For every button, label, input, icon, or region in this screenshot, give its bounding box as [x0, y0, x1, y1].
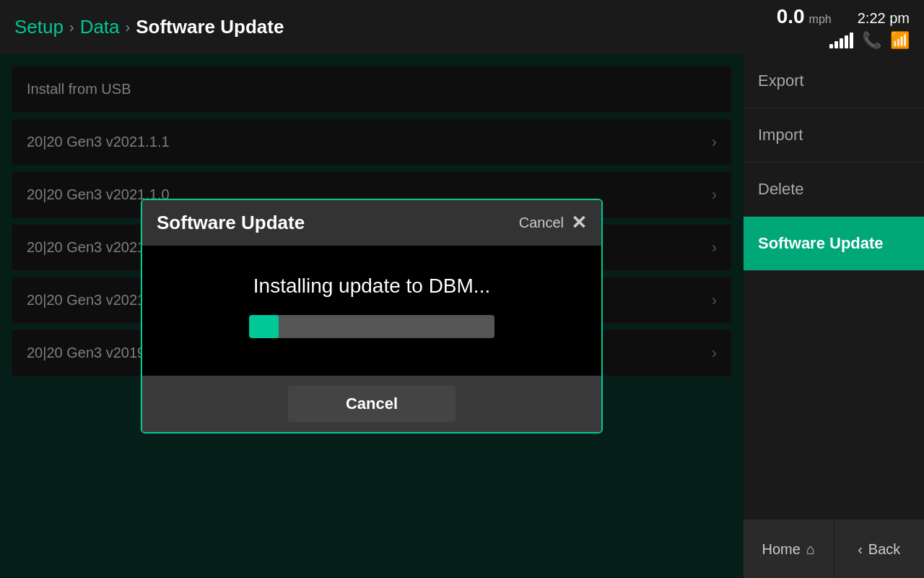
modal-header: Software Update Cancel ✕ [142, 200, 601, 246]
signal-bar-4 [845, 35, 848, 48]
modal-overlay: Software Update Cancel ✕ Installing upda… [0, 54, 744, 578]
home-icon: ⌂ [806, 541, 815, 558]
signal-bars-icon [829, 33, 853, 48]
sidebar-item-software-update[interactable]: Software Update [744, 217, 924, 271]
breadcrumb-arrow-2: › [126, 19, 131, 35]
status-bar: Setup › Data › Software Update 0.0 mph 2… [0, 0, 924, 54]
sidebar-item-delete-label: Delete [758, 180, 804, 199]
status-icons-row: 📞 📶 [829, 31, 910, 50]
content-area: Install from USB 20|20 Gen3 v2021.1.1 › … [0, 54, 744, 578]
breadcrumb: Setup › Data › Software Update [14, 16, 284, 38]
speed-value: 0.0 [777, 5, 805, 28]
progress-bar-container [249, 315, 494, 338]
modal-body: Installing update to DBM... [142, 246, 601, 376]
sidebar-item-export-label: Export [758, 72, 804, 90]
close-icon: ✕ [571, 212, 587, 234]
back-button[interactable]: ‹ Back [834, 520, 925, 578]
software-update-modal: Software Update Cancel ✕ Installing upda… [141, 199, 603, 434]
home-label: Home [762, 541, 801, 558]
modal-message: Installing update to DBM... [253, 275, 490, 298]
speed-unit: mph [809, 13, 832, 26]
breadcrumb-current: Software Update [136, 16, 284, 38]
signal-bar-1 [829, 44, 833, 48]
time-display: 2:22 pm [858, 10, 910, 27]
home-button[interactable]: Home ⌂ [744, 520, 834, 578]
modal-cancel-button[interactable]: Cancel [288, 386, 456, 422]
sidebar-bottom: Home ⌂ ‹ Back [744, 519, 924, 578]
breadcrumb-arrow-1: › [69, 19, 74, 35]
sidebar-item-import-label: Import [758, 126, 803, 144]
wifi-icon: 📶 [890, 31, 910, 50]
sidebar-item-delete[interactable]: Delete [744, 163, 924, 217]
modal-header-cancel-label: Cancel [519, 215, 564, 231]
sidebar-spacer [744, 271, 924, 519]
modal-title: Software Update [157, 212, 305, 234]
signal-bar-2 [834, 41, 838, 48]
phone-icon: 📞 [862, 31, 881, 50]
signal-bar-5 [850, 33, 853, 48]
main-layout: Install from USB 20|20 Gen3 v2021.1.1 › … [0, 54, 924, 578]
status-top-row: 0.0 mph 2:22 pm [777, 5, 910, 28]
back-chevron-icon: ‹ [858, 541, 863, 558]
progress-bar-fill [249, 315, 279, 338]
modal-footer: Cancel [142, 376, 601, 432]
back-label: Back [868, 541, 900, 558]
signal-bar-3 [840, 38, 843, 48]
sidebar: Export Import Delete Software Update Hom… [744, 54, 924, 578]
sidebar-item-import[interactable]: Import [744, 108, 924, 163]
status-right: 0.0 mph 2:22 pm 📞 📶 [777, 5, 910, 50]
sidebar-item-export[interactable]: Export [744, 54, 924, 108]
modal-close-button[interactable]: Cancel ✕ [519, 212, 587, 234]
breadcrumb-setup[interactable]: Setup [14, 16, 64, 38]
breadcrumb-data[interactable]: Data [80, 16, 120, 38]
sidebar-item-software-update-label: Software Update [758, 234, 884, 253]
